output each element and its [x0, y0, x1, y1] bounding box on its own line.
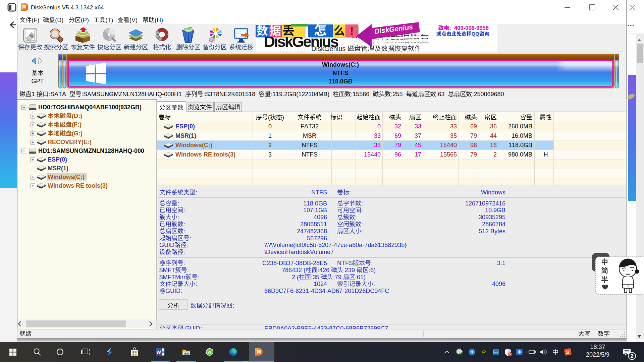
- svg-text:66D9C7F6-8231-4D34-AD67-201D26: 66D9C7F6-8231-4D34-AD67-201D26DC94FC: [264, 288, 389, 294]
- svg-text:(T): (T): [105, 17, 113, 23]
- svg-text:Windows: Windows: [481, 189, 505, 196]
- svg-text::: :: [196, 281, 197, 287]
- svg-text:10.9GB: 10.9GB: [485, 207, 505, 214]
- svg-text:NTFS: NTFS: [302, 142, 318, 148]
- svg-text::: :: [183, 207, 185, 214]
- svg-text:0: 0: [377, 123, 381, 130]
- svg-text::: :: [361, 207, 363, 214]
- svg-text:15440: 15440: [364, 151, 381, 158]
- svg-text:247482368: 247482368: [297, 228, 327, 235]
- svg-text:33: 33: [415, 123, 421, 130]
- svg-text::63: :63: [436, 91, 444, 98]
- svg-text:GUID: GUID: [159, 242, 174, 248]
- svg-text:18:37: 18:37: [590, 344, 605, 350]
- svg-text::: :: [371, 260, 373, 266]
- svg-text:Windows(C:): Windows(C:): [322, 61, 359, 68]
- svg-text:(F): (F): [32, 17, 39, 23]
- svg-text:GUID:: GUID:: [165, 288, 182, 294]
- svg-text:3.1: 3.1: [497, 260, 505, 266]
- svg-text:69: 69: [470, 123, 477, 130]
- svg-text:!: !: [350, 24, 354, 37]
- svg-text:2: 2: [493, 151, 497, 158]
- svg-text:36: 36: [490, 123, 497, 130]
- svg-text:1024: 1024: [314, 281, 327, 287]
- svg-text:HD: HD: [494, 351, 498, 354]
- svg-text:(F:): (F:): [72, 121, 82, 128]
- svg-text::: :: [183, 221, 185, 228]
- svg-text:17: 17: [415, 151, 421, 158]
- svg-text:HD0:TOSHIBAMQ04ABF100(932GB): HD0:TOSHIBAMQ04ABF100(932GB): [38, 104, 142, 111]
- svg-text::250069680: :250069680: [472, 91, 504, 98]
- svg-text::: :: [183, 249, 185, 255]
- svg-text:\Device\HarddiskVolume7: \Device\HarddiskVolume7: [264, 249, 334, 255]
- svg-text::: :: [177, 200, 179, 207]
- svg-text::: :: [196, 189, 197, 196]
- svg-text:MSR(1): MSR(1): [48, 165, 68, 172]
- svg-text:e: e: [208, 349, 211, 356]
- svg-text:980.0MB: 980.0MB: [508, 151, 532, 158]
- svg-text:4096: 4096: [314, 214, 327, 221]
- svg-text:(P): (P): [81, 17, 89, 23]
- svg-text::: :: [183, 228, 185, 235]
- svg-text:3: 3: [268, 151, 272, 158]
- svg-text:28068511: 28068511: [300, 221, 327, 228]
- svg-text:0: 0: [268, 123, 272, 130]
- svg-text::SAMSUNGMZNLN128HAHQ-000H1: :SAMSUNGMZNLN128HAHQ-000H1: [82, 91, 182, 98]
- svg-text:2: 2: [268, 142, 272, 148]
- svg-text:(G:): (G:): [72, 130, 83, 137]
- svg-text:45: 45: [415, 142, 421, 148]
- svg-text:NTFS: NTFS: [333, 70, 348, 76]
- svg-text:2: 2: [631, 353, 634, 359]
- svg-text:2866784: 2866784: [482, 221, 505, 228]
- svg-text::: :: [349, 189, 351, 196]
- svg-text:): ): [282, 114, 284, 121]
- svg-text::239: :239: [343, 267, 355, 274]
- svg-text:(H): (H): [155, 17, 163, 23]
- svg-text:ESP(0): ESP(0): [175, 123, 195, 130]
- svg-text:2022/5/9: 2022/5/9: [586, 351, 609, 358]
- svg-text:S: S: [566, 349, 569, 355]
- svg-text::119.2GB(122104MB): :119.2GB(122104MB): [271, 91, 329, 98]
- svg-text::S3T8NE2K601518: :S3T8NE2K601518: [203, 91, 255, 98]
- svg-text:118.0GB: 118.0GB: [508, 142, 532, 148]
- svg-text:96: 96: [470, 142, 477, 148]
- svg-text::35: :35: [311, 274, 319, 281]
- svg-text::: :: [232, 302, 234, 309]
- svg-text:NTFS: NTFS: [311, 189, 327, 196]
- svg-text:30935295: 30935295: [479, 214, 505, 221]
- svg-text::255: :255: [391, 91, 402, 98]
- svg-text:35: 35: [374, 142, 381, 148]
- svg-text::: :: [361, 200, 363, 207]
- svg-text:$MFT: $MFT: [159, 267, 175, 274]
- svg-text:(D:): (D:): [72, 113, 82, 119]
- svg-text:HD1:SAMSUNGMZNLN128HAHQ-000: HD1:SAMSUNGMZNLN128HAHQ-000: [38, 147, 144, 154]
- svg-text:Windows RE tools(3): Windows RE tools(3): [48, 182, 108, 189]
- svg-text:FAT32: FAT32: [301, 123, 319, 130]
- svg-text:(: (: [268, 114, 270, 121]
- svg-text:37: 37: [415, 132, 421, 139]
- svg-text:DiskGenius V5.4.3.1342 x64: DiskGenius V5.4.3.1342 x64: [31, 4, 104, 11]
- svg-text:(D): (D): [55, 17, 63, 23]
- svg-text:1: 1: [268, 132, 272, 139]
- svg-text::79: :79: [333, 274, 341, 281]
- svg-text::SATA: :SATA: [49, 91, 66, 98]
- svg-text:4096: 4096: [492, 281, 505, 287]
- svg-text:Windows(C:): Windows(C:): [175, 142, 212, 148]
- svg-text:79: 79: [470, 132, 477, 139]
- svg-text:$MFTMirr: $MFTMirr: [159, 274, 185, 281]
- svg-text:C238-DB37-38DB-28E5: C238-DB37-38DB-28E5: [262, 260, 327, 266]
- svg-text::: :: [355, 214, 357, 221]
- svg-text:MSR: MSR: [303, 132, 316, 139]
- svg-text:H: H: [544, 151, 548, 158]
- svg-text::: :: [187, 267, 189, 274]
- svg-text:2 (: 2 (: [292, 274, 299, 281]
- svg-text:1: 1: [32, 91, 35, 98]
- svg-text::6): :6): [369, 267, 376, 274]
- svg-text::: :: [186, 242, 188, 248]
- svg-text:NTFS: NTFS: [302, 151, 318, 158]
- svg-text:786432 (: 786432 (: [282, 267, 306, 274]
- svg-text:44: 44: [490, 132, 497, 139]
- svg-text::: :: [177, 214, 179, 221]
- svg-text:RECOVERY(E:): RECOVERY(E:): [48, 139, 92, 145]
- svg-text::: :: [361, 221, 363, 228]
